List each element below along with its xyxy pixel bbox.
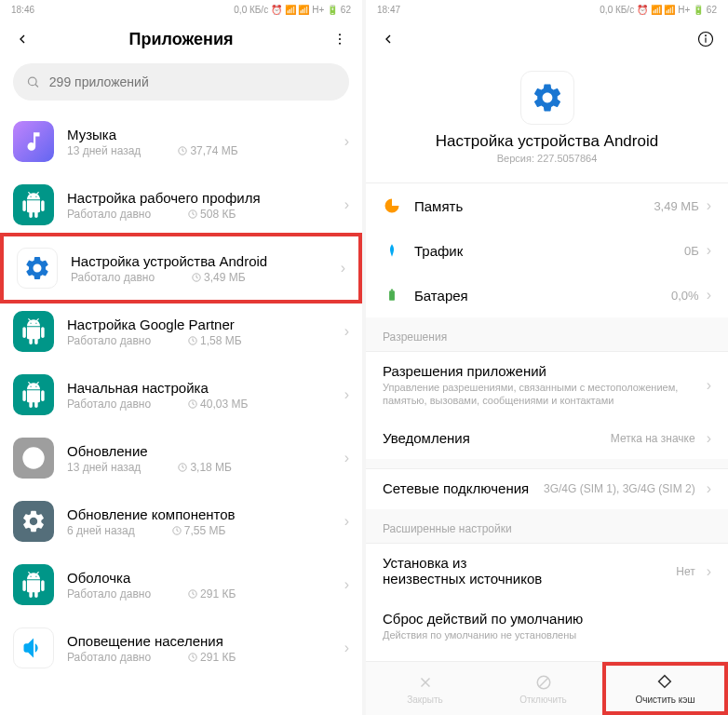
unknown-value: Нет [676, 565, 694, 578]
search-bar[interactable] [13, 63, 349, 101]
svg-rect-19 [391, 290, 393, 291]
app-time: Работало давно [67, 398, 151, 411]
chevron-right-icon: › [707, 563, 711, 580]
grey-icon [13, 438, 54, 479]
disable-icon [533, 672, 554, 693]
battery-icon [383, 286, 401, 304]
chevron-right-icon: › [707, 480, 711, 497]
battery-label: Батарея [414, 288, 671, 304]
notifications-row[interactable]: Уведомления Метка на значке › [366, 419, 728, 459]
svg-point-2 [339, 43, 341, 45]
status-time: 18:47 [377, 5, 400, 15]
permissions-title: Разрешения приложений [383, 363, 699, 379]
battery-value: 0,0% [671, 289, 699, 303]
app-time: Работало давно [67, 334, 151, 347]
chevron-right-icon: › [707, 377, 711, 394]
app-size: 3,49 МБ [192, 271, 246, 284]
reset-sub: Действия по умолчанию не установлены [383, 628, 711, 641]
gear-icon [17, 248, 58, 289]
svg-rect-18 [389, 290, 395, 301]
memory-value: 3,49 МБ [654, 199, 698, 213]
reset-defaults-row[interactable]: Сброс действий по умолчанию Действия по … [366, 600, 728, 653]
close-icon [415, 672, 436, 693]
memory-row[interactable]: Память 3,49 МБ › [366, 183, 728, 228]
header: Приложения [0, 19, 362, 60]
app-time: Работало давно [67, 208, 151, 221]
svg-point-17 [706, 35, 707, 36]
app-list: Музыка 13 дней назад 37,74 МБ › Настройк… [0, 110, 362, 680]
svg-line-23 [539, 679, 547, 687]
reset-title: Сброс действий по умолчанию [383, 611, 711, 627]
chevron-right-icon: › [707, 430, 711, 447]
horn-icon [13, 627, 54, 668]
chevron-right-icon: › [341, 260, 345, 277]
status-bar: 18:46 0,0 КБ/с ⏰ 📶 📶 H+ 🔋 62 [0, 0, 362, 19]
memory-icon [383, 196, 401, 215]
chevron-right-icon: › [344, 450, 349, 466]
page-title: Приложения [129, 30, 234, 49]
android-icon [13, 311, 54, 352]
traffic-icon [383, 241, 401, 260]
battery-row[interactable]: Батарея 0,0% › [366, 273, 728, 317]
network-value: 3G/4G (SIM 1), 3G/4G (SIM 2) [544, 482, 695, 495]
app-row[interactable]: Настройка рабочего профиля Работало давн… [0, 173, 362, 236]
app-name: Обновление компонентов [67, 506, 337, 522]
svg-point-0 [339, 34, 341, 35]
app-row[interactable]: Настройка Google Partner Работало давно … [0, 300, 362, 363]
close-label: Закрыть [407, 695, 443, 705]
app-time: Работало давно [71, 271, 155, 284]
unknown-sources-row[interactable]: Установка из неизвестных источников Нет … [366, 544, 728, 600]
app-permissions-row[interactable]: Разрешения приложений Управление разреше… [366, 352, 728, 419]
traffic-label: Трафик [414, 243, 684, 259]
app-row[interactable]: Настройка устройства Android Работало да… [0, 233, 362, 304]
chevron-left-icon [381, 32, 396, 47]
advanced-section-title: Расширенные настройки [366, 509, 728, 543]
disable-button[interactable]: Отключить [484, 662, 602, 715]
stats-section: Память 3,49 МБ › Трафик 0Б › Батарея 0,0… [366, 182, 728, 317]
chevron-right-icon: › [344, 133, 349, 150]
chevron-right-icon: › [344, 196, 349, 213]
svg-line-4 [35, 84, 38, 87]
app-row[interactable]: Обновление 13 дней назад 3,18 МБ › [0, 426, 362, 490]
notifications-value: Метка на значке [611, 432, 695, 445]
app-name: Настройка рабочего профиля [67, 190, 337, 206]
svg-point-10 [22, 447, 44, 468]
chevron-right-icon: › [344, 576, 349, 593]
android-icon [13, 184, 54, 225]
chevron-right-icon: › [344, 386, 349, 403]
chevron-right-icon: › [344, 640, 349, 656]
app-row[interactable]: Оповещение населения Работало давно 291 … [0, 616, 362, 680]
android-icon [13, 374, 54, 415]
app-size: 1,58 МБ [188, 334, 242, 347]
back-button[interactable] [11, 28, 34, 50]
more-vertical-icon [332, 32, 347, 47]
app-time: 13 дней назад [67, 144, 141, 157]
back-button[interactable] [377, 28, 399, 50]
chevron-right-icon: › [707, 242, 711, 259]
app-row[interactable]: Начальная настройка Работало давно 40,03… [0, 363, 362, 426]
app-detail-version: Версия: 227.5057864 [366, 153, 728, 164]
permissions-sub: Управление разрешениями, связанными с ме… [383, 381, 699, 408]
app-name: Музыка [67, 127, 337, 142]
app-name: Настройка устройства Android [71, 253, 333, 269]
app-name: Оповещение населения [67, 633, 337, 649]
app-size: 291 КБ [188, 651, 236, 664]
svg-point-3 [28, 77, 36, 86]
chevron-right-icon: › [344, 513, 349, 530]
status-bar: 18:47 0,0 КБ/с ⏰ 📶 📶 H+ 🔋 62 [366, 0, 728, 19]
info-icon [697, 31, 714, 47]
app-name: Обновление [67, 443, 337, 459]
unknown-title: Установка из неизвестных источников [383, 555, 550, 587]
app-row[interactable]: Музыка 13 дней назад 37,74 МБ › [0, 110, 362, 173]
info-button[interactable] [694, 28, 717, 50]
network-row[interactable]: Сетевые подключения 3G/4G (SIM 1), 3G/4G… [366, 469, 728, 509]
search-input[interactable] [49, 74, 336, 89]
app-row[interactable]: Оболочка Работало давно 291 КБ › [0, 553, 362, 616]
traffic-row[interactable]: Трафик 0Б › [366, 228, 728, 273]
app-row[interactable]: Обновление компонентов 6 дней назад 7,55… [0, 490, 362, 553]
more-button[interactable] [329, 28, 351, 50]
clear-cache-button[interactable]: Очистить кэш [602, 662, 728, 715]
close-button[interactable]: Закрыть [366, 662, 484, 715]
app-size: 291 КБ [188, 587, 236, 600]
app-time: 13 дней назад [67, 461, 141, 474]
